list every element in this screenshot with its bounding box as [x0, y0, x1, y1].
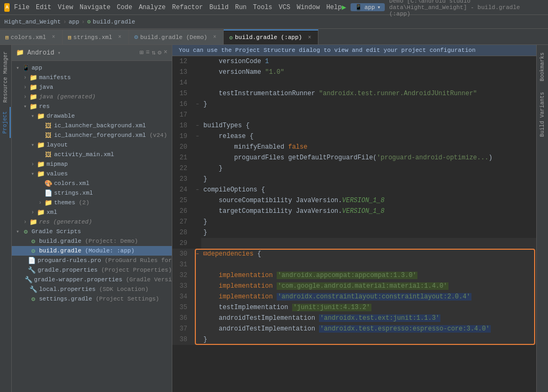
tree-item-manifests[interactable]: › 📁 manifests [12, 73, 172, 82]
fold-33 [194, 281, 201, 291]
fold-38 [194, 334, 201, 345]
code-table: 12 versionCode 1 13 versionName "1.0" [172, 56, 536, 345]
tree-item-layout[interactable]: ▾ 📁 layout [12, 140, 172, 150]
tree-item-gradle-props[interactable]: 🔧 gradle.properties (Project Properties) [12, 265, 172, 275]
tab-close-colors[interactable]: × [50, 34, 57, 40]
code-34: implementation 'androidx.constraintlayou… [201, 291, 536, 302]
tab-build-gradle-app[interactable]: ⚙ build.gradle (:app) × [224, 29, 318, 44]
code-line-24: 24 – compileOptions { [172, 185, 536, 195]
tree-label-local-props: local.properties (SDK Location) [39, 286, 149, 293]
info-text: You can use the Project Structure dialog… [179, 47, 476, 53]
menu-build[interactable]: Build [209, 4, 229, 11]
code-line-38: 38 } [172, 334, 536, 345]
menu-vcs[interactable]: VCS [279, 4, 291, 11]
tab-colors-xml[interactable]: ▤ colors.xml × [0, 29, 63, 44]
tree-item-ic-bg[interactable]: 🖼 ic_launcher_background.xml [12, 121, 172, 130]
menu-code[interactable]: Code [117, 4, 132, 11]
tree-item-ic-fg[interactable]: 🖼 ic_launcher_foreground.xml (v24) [12, 130, 172, 140]
menu-navigate[interactable]: Navigate [80, 4, 111, 11]
run-icon[interactable]: ▶ [341, 3, 346, 12]
code-line-25: 25 sourceCompatibility JavaVersion.VERSI… [172, 195, 536, 206]
code-area[interactable]: 12 versionCode 1 13 versionName "1.0" [172, 56, 536, 392]
tree-label-ic-fg: ic_launcher_foreground.xml (v24) [54, 132, 167, 139]
breadcrumb-app[interactable]: app [68, 19, 79, 25]
menu-refactor[interactable]: Refactor [172, 4, 203, 11]
android-folder-icon: 📁 [16, 49, 24, 57]
panel-tool-settings[interactable]: ⚙ [158, 49, 162, 57]
android-run-button[interactable]: 📱 app ▾ [351, 3, 385, 11]
menu-edit[interactable]: Edit [36, 4, 51, 11]
tree-label-gradle-props: gradle.properties (Project Properties) [37, 267, 172, 273]
tree-item-java-generated[interactable]: › 📁 java (generated) [12, 92, 172, 102]
tree-item-local-props[interactable]: 🔧 local.properties (SDK Location) [12, 285, 172, 294]
tree-item-java[interactable]: › 📁 java [12, 82, 172, 92]
tree-item-res-gen[interactable]: › 📁 res (generated) [12, 217, 172, 227]
tree-item-strings-xml[interactable]: 📄 strings.xml [12, 188, 172, 198]
line-num-37: 37 [172, 324, 194, 334]
tree-item-res[interactable]: ▾ 📁 res [12, 102, 172, 111]
line-num-33: 33 [172, 281, 194, 291]
line-num-20: 20 [172, 142, 194, 152]
menu-bar[interactable]: File Edit View Navigate Code Analyze Ref… [14, 4, 341, 11]
code-line-32: 32 implementation 'androidx.appcompat:ap… [172, 270, 536, 281]
tree-item-drawable[interactable]: ▾ 📁 drawable [12, 111, 172, 121]
sidebar-label-resource-manager[interactable]: Resource Manager [1, 47, 10, 107]
menu-analyze[interactable]: Analyze [139, 4, 165, 11]
tree-item-gradle-scripts[interactable]: ▾ ⚙ Gradle Scripts [12, 227, 172, 236]
panel-tool-close[interactable]: × [164, 49, 168, 57]
tab-close-strings[interactable]: × [117, 34, 123, 40]
tree-item-colors-xml[interactable]: 🎨 colors.xml [12, 179, 172, 188]
line-num-21: 21 [172, 152, 194, 163]
tree-label-proguard: proguard-rules.pro (ProGuard Rules for [37, 257, 172, 264]
tree-arrow-res-gen: › [21, 219, 29, 225]
code-26: targetCompatibility JavaVersion.VERSION_… [201, 206, 536, 217]
fold-16[interactable]: – [194, 99, 201, 110]
menu-tools[interactable]: Tools [253, 4, 272, 11]
project-panel-title: Android [27, 49, 54, 57]
fold-25 [194, 195, 201, 206]
panel-tool-filter[interactable]: ⇅ [151, 49, 155, 57]
tab-build-gradle-demo[interactable]: ⚙ build.gradle (Demo) × [129, 29, 224, 44]
code-line-12: 12 versionCode 1 [172, 56, 536, 67]
code-line-34: 34 implementation 'androidx.constraintla… [172, 291, 536, 302]
tree-item-app[interactable]: ▾ 📱 app [12, 63, 172, 73]
tree-item-mipmap[interactable]: › 📁 mipmap [12, 159, 172, 169]
tab-close-gradle-demo[interactable]: × [211, 34, 218, 40]
fold-18[interactable]: – [194, 120, 201, 131]
tree-item-proguard[interactable]: 📄 proguard-rules.pro (ProGuard Rules for [12, 256, 172, 265]
menu-help[interactable]: Help [326, 4, 342, 11]
fold-24[interactable]: – [194, 185, 201, 195]
panel-tool-structure[interactable]: ⊞ [140, 49, 143, 57]
sidebar-label-project[interactable]: Project [1, 107, 11, 138]
code-15: testInstrumentationRunner "androidx.test… [201, 88, 536, 99]
tree-item-xml[interactable]: › 📁 xml [12, 207, 172, 217]
tree-item-build-gradle-app[interactable]: ⚙ build.gradle (Module: :app) [12, 246, 172, 256]
tree-item-settings-gradle[interactable]: ⚙ settings.gradle (Project Settings) [12, 294, 172, 304]
breadcrumb-project[interactable]: Hight_and_Weight [4, 19, 61, 25]
sidebar-label-build-variants[interactable]: Build Variants [538, 87, 547, 142]
folder-icon-app: 📱 [21, 64, 30, 72]
tab-strings-xml[interactable]: ▤ strings.xml × [63, 29, 129, 44]
panel-dropdown-arrow[interactable]: ▾ [57, 50, 60, 56]
tree-item-activity-main[interactable]: 🖼 activity_main.xml [12, 150, 172, 159]
menu-file[interactable]: File [14, 4, 29, 11]
code-line-36: 36 androidTestImplementation 'androidx.t… [172, 313, 536, 324]
tree-item-gradle-wrapper[interactable]: 🔧 gradle-wrapper.properties (Gradle Vers… [12, 275, 172, 285]
folder-icon-java-gen: 📁 [29, 93, 37, 101]
breadcrumb-file[interactable]: build.gradle [93, 19, 135, 25]
fold-19[interactable]: – [194, 131, 201, 142]
panel-tool-list[interactable]: ≡ [146, 49, 149, 57]
tree-item-build-gradle-project[interactable]: ⚙ build.gradle (Project: Demo) [12, 236, 172, 246]
tab-icon-gradle-demo: ⚙ [134, 33, 138, 41]
fold-22 [194, 163, 201, 174]
menu-window[interactable]: Window [296, 4, 319, 11]
fold-32 [194, 270, 201, 281]
tree-item-values[interactable]: ▾ 📁 values [12, 169, 172, 179]
menu-view[interactable]: View [58, 4, 73, 11]
fold-30[interactable]: – [194, 249, 201, 259]
icon-proguard: 📄 [28, 257, 36, 264]
tab-close-gradle-app[interactable]: × [306, 35, 313, 41]
sidebar-label-bookmarks[interactable]: Bookmarks [538, 47, 547, 87]
tree-item-themes[interactable]: › 📁 themes (2) [12, 198, 172, 207]
menu-run[interactable]: Run [235, 4, 247, 11]
